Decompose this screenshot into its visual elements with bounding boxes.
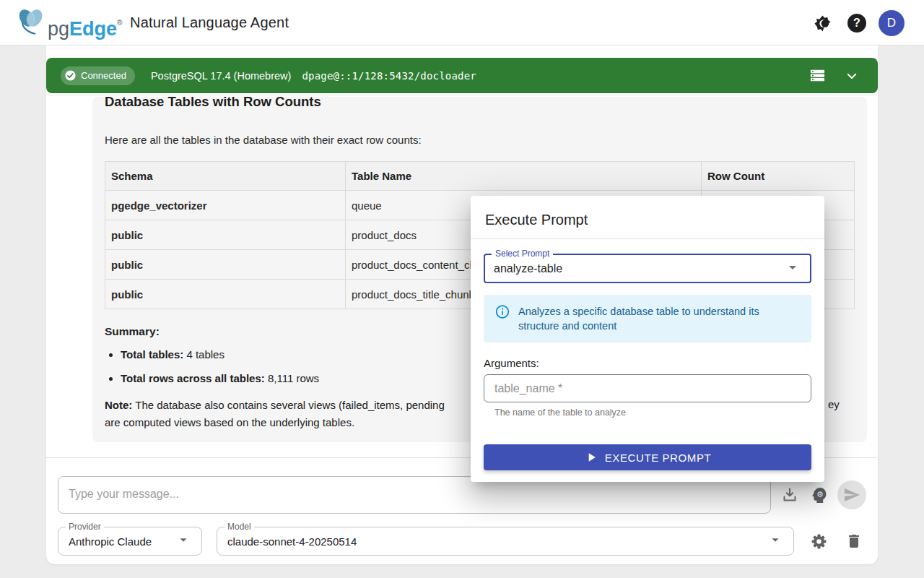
cell-schema: pgedge_vectorizer: [105, 191, 346, 220]
execute-prompt-button[interactable]: EXECUTE PROMPT: [484, 444, 811, 470]
bullet-value: 8,111 rows: [265, 372, 319, 384]
reasoning-toggle-button[interactable]: ⚙: [808, 483, 831, 506]
table-name-input[interactable]: [484, 374, 811, 402]
arrow-drop-down-icon: [784, 259, 801, 279]
storage-icon: [809, 67, 826, 84]
theme-toggle-button[interactable]: [811, 12, 833, 34]
status-label: Connected: [81, 70, 126, 81]
prompt-select[interactable]: Select Prompt analyze-table: [484, 254, 811, 283]
provider-label: Provider: [66, 522, 104, 532]
delete-conversation-button[interactable]: [842, 530, 866, 553]
trash-icon: [845, 532, 863, 550]
dialog-body: Select Prompt analyze-table Analyzes a s…: [471, 239, 824, 470]
page: pgEdge® Natural Language Agent ? D Conne…: [0, 0, 924, 578]
connection-string: dpage@::1/128:5432/docloader: [302, 70, 476, 82]
arguments-label: Arguments:: [484, 357, 811, 370]
dark-mode-icon: [814, 14, 832, 33]
input-helper-text: The name of the table to analyze: [494, 407, 811, 418]
brand-text: pgEdge®: [48, 10, 122, 42]
bullet-label: Total tables:: [121, 348, 183, 361]
send-button[interactable]: [837, 480, 866, 509]
connections-list-button[interactable]: [807, 66, 827, 86]
download-icon: [781, 486, 798, 504]
info-icon: [495, 304, 510, 319]
collapse-connection-button[interactable]: [842, 66, 862, 86]
message-heading: Database Tables with Row Counts: [105, 97, 854, 111]
gear-icon: [810, 532, 828, 551]
play-arrow-icon: [584, 450, 598, 465]
check-circle-icon: [64, 69, 77, 82]
header-table-name: Table Name: [346, 162, 702, 191]
note-label: Note:: [105, 399, 132, 411]
prompt-select-label: Select Prompt: [492, 249, 553, 259]
model-value: claude-sonnet-4-20250514: [227, 535, 357, 548]
note-line1: The database also contains several views…: [132, 399, 444, 411]
dialog-title: Execute Prompt: [471, 196, 824, 238]
note-line1-tail: ey: [828, 396, 840, 413]
cell-schema: public: [105, 250, 346, 280]
brand-pg: pg: [48, 18, 69, 40]
prompt-description-alert: Analyzes a specific database table to un…: [484, 295, 811, 342]
arrow-drop-down-icon: [175, 532, 191, 551]
send-icon: [843, 486, 860, 504]
model-label: Model: [225, 522, 254, 532]
prompt-select-value: analyze-table: [494, 262, 562, 275]
chevron-down-icon: [845, 69, 858, 82]
bullet-value: 4 tables: [183, 348, 225, 361]
psychology-icon: ⚙: [811, 486, 829, 504]
bullet-label: Total rows across all tables:: [121, 372, 265, 384]
user-avatar[interactable]: D: [879, 10, 905, 36]
page-title: Natural Language Agent: [130, 14, 289, 31]
pgedge-logo: [16, 8, 46, 37]
header-row-count: Row Count: [702, 162, 855, 191]
download-button[interactable]: [778, 483, 801, 506]
app-bar: pgEdge® Natural Language Agent ? D: [0, 0, 924, 46]
provider-value: Anthropic Claude: [69, 535, 152, 548]
connection-bar: Connected PostgreSQL 17.4 (Homebrew) dpa…: [46, 58, 878, 93]
provider-select[interactable]: Provider Anthropic Claude: [58, 527, 202, 556]
cell-schema: public: [105, 220, 346, 250]
svg-text:⚙: ⚙: [816, 490, 823, 499]
help-button[interactable]: ?: [846, 12, 868, 34]
execute-button-label: EXECUTE PROMPT: [605, 452, 712, 464]
status-badge: Connected: [61, 66, 135, 85]
brand-registered-mark: ®: [117, 19, 122, 27]
table-header-row: Schema Table Name Row Count: [105, 162, 855, 191]
execute-prompt-dialog: Execute Prompt Select Prompt analyze-tab…: [471, 196, 824, 482]
help-icon: ?: [847, 14, 866, 33]
model-select[interactable]: Model claude-sonnet-4-20250514: [217, 527, 794, 556]
brand-edge: Edge: [69, 18, 117, 40]
message-intro: Here are all the tables in the database …: [105, 133, 854, 147]
settings-button[interactable]: [807, 530, 830, 553]
arrow-drop-down-icon: [767, 532, 783, 551]
prompt-description: Analyzes a specific database table to un…: [518, 304, 801, 333]
header-schema: Schema: [105, 162, 346, 191]
cell-schema: public: [105, 280, 346, 309]
server-version-label: PostgreSQL 17.4 (Homebrew): [151, 70, 292, 82]
